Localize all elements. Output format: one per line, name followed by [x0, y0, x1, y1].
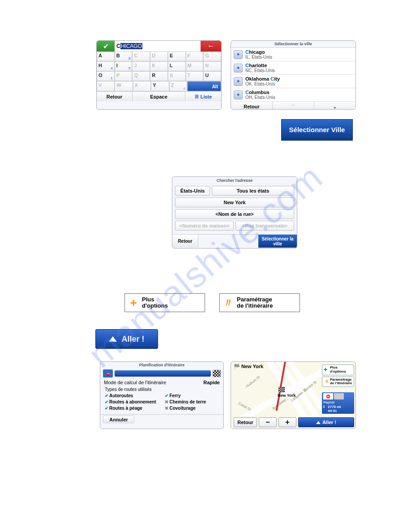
more-options-line1: Plus	[142, 296, 154, 303]
route-settings-button[interactable]: 〃 Paramétragede l'itinéraire	[219, 293, 300, 312]
keyboard-confirm-button[interactable]: ✔	[97, 41, 115, 51]
map-route-settings-button[interactable]: 〃Paramétragede l'itinéraire	[322, 377, 354, 387]
go-label: Aller !	[121, 335, 144, 344]
key-Z: Z=	[169, 81, 187, 91]
route-warning-icon: ⛔	[323, 393, 333, 399]
route-progress-bar	[115, 370, 211, 377]
select-city-button[interactable]: Sélectionner Ville	[281, 119, 353, 141]
key-B[interactable]: B8	[115, 51, 133, 61]
route-planning-panel: Planification d'itinéraire 🚗 Mode de cal…	[100, 361, 224, 429]
list-icon: ☰	[195, 94, 199, 99]
key-L[interactable]: L	[168, 61, 186, 71]
street-name-button[interactable]: <Nom de la rue>	[175, 209, 294, 219]
key-R[interactable]: R	[150, 71, 168, 81]
route-info-panel[interactable]: ⛔ Rapide ℹ 2773 mi 44:31	[322, 392, 354, 414]
plus-icon: +	[128, 297, 139, 309]
route-time: 44:31	[328, 409, 337, 413]
all-states-button[interactable]: Tous les états	[212, 186, 294, 196]
city-sub: NC, États-Unis	[245, 68, 275, 73]
city-list-title: Sélectionner la ville	[231, 41, 355, 47]
key-V: V	[97, 81, 115, 91]
keyboard-panel: ✔ CHICAGO ← AB8CDEFGH4I5JKLMNO1PQRSTUVWX…	[96, 40, 222, 110]
key-A[interactable]: A	[97, 51, 115, 61]
key-F: F	[186, 51, 204, 61]
key-Q: Q	[132, 71, 150, 81]
route-alt-icon	[334, 393, 344, 399]
address-panel: Chercher l'adresse États-Unis Tous les é…	[172, 176, 297, 249]
road-type-item[interactable]: ✔Ferry	[165, 393, 206, 399]
map-go-label: Aller !	[322, 420, 336, 425]
backspace-button[interactable]: ←	[201, 41, 221, 51]
key-H[interactable]: H4	[97, 61, 115, 71]
city-icon: ⌖	[234, 64, 243, 73]
route-mode: Rapide	[323, 400, 353, 405]
city-icon: ⌖	[234, 90, 243, 99]
key-O[interactable]: O1	[97, 71, 115, 81]
key-Y[interactable]: Y	[151, 81, 169, 91]
country-button[interactable]: États-Unis	[175, 186, 210, 196]
city-list-item[interactable]: ⌖CharlotteNC, États-Unis	[231, 61, 355, 75]
plus-icon: +	[324, 366, 329, 373]
key-X: X	[133, 81, 151, 91]
arrow-down-icon: ⌄	[333, 103, 337, 110]
city-sub: IL, États-Unis	[245, 55, 272, 60]
alt-key[interactable]: Alt	[187, 81, 221, 91]
go-arrow-icon	[109, 336, 117, 342]
city-list-scroll-down-button[interactable]: ⌄	[314, 102, 355, 110]
key-P: P	[115, 71, 133, 81]
map-canvas[interactable]: Hudson St Broadway Lafayette St Centre S…	[231, 362, 321, 416]
zoom-in-button[interactable]: +	[278, 417, 296, 427]
city-name: Columbus	[245, 90, 275, 95]
road-type-item[interactable]: ✖Chemins de terre	[165, 399, 206, 405]
city-button[interactable]: New York	[175, 197, 294, 207]
destination-label: New York	[278, 393, 295, 398]
keyboard-entry-field[interactable]: CHICAGO	[115, 41, 201, 51]
address-select-city-button[interactable]: Sélectionner la ville	[258, 235, 297, 248]
route-planning-title: Planification d'itinéraire	[100, 362, 223, 368]
route-mode-value[interactable]: Rapide	[203, 380, 220, 385]
route-distance: 2773 mi	[328, 405, 341, 409]
key-W: W	[115, 81, 133, 91]
map-title: 🏁New York	[234, 364, 263, 369]
flag-icon: 🏁	[234, 364, 240, 369]
road-type-item[interactable]: ✔Routes à péage	[105, 405, 156, 412]
key-M: M	[186, 61, 204, 71]
map-more-options-button[interactable]: +Plusd'options	[322, 365, 354, 375]
key-U[interactable]: U	[203, 71, 221, 81]
key-K: K	[150, 61, 168, 71]
city-list-item[interactable]: ⌖ChicagoIL, États-Unis	[231, 48, 355, 61]
city-list-back-button[interactable]: Retour	[231, 102, 273, 110]
key-D: D	[150, 51, 168, 61]
address-panel-title: Chercher l'adresse	[172, 177, 297, 184]
map-back-button[interactable]: Retour	[234, 417, 257, 427]
go-button[interactable]: Aller !	[95, 329, 158, 349]
keyboard-space-button[interactable]: Espace	[133, 92, 185, 101]
city-sub: OH, États-Unis	[245, 95, 275, 100]
road-type-item[interactable]: ✖Covoiturage	[165, 405, 206, 412]
zoom-out-button[interactable]: −	[259, 417, 277, 427]
city-list-scroll-up-button[interactable]: ⌃	[273, 102, 314, 110]
keyboard-list-button[interactable]: ☰Liste	[185, 92, 221, 101]
destination-flag-icon	[213, 370, 221, 377]
road-type-item[interactable]: ✔Autoroutes	[105, 393, 156, 399]
city-name: Chicago	[245, 49, 272, 55]
go-arrow-icon	[316, 421, 321, 424]
road-type-item[interactable]: ✔Routes à abonnement	[105, 399, 156, 405]
key-I[interactable]: I5	[115, 61, 133, 71]
key-T: T	[186, 71, 204, 81]
vehicle-icon[interactable]: 🚗	[103, 369, 113, 378]
street-label: Hudson St	[245, 375, 261, 388]
more-options-button[interactable]: + Plusd'options	[124, 293, 205, 312]
city-list-item[interactable]: ⌖ColumbusOH, États-Unis	[231, 88, 355, 102]
city-list-item[interactable]: ⌖Oklahoma CityOK, États-Unis	[231, 75, 355, 88]
map-go-button[interactable]: Aller !	[298, 417, 354, 427]
cancel-button[interactable]: Annuler	[103, 416, 134, 423]
house-number-button: <Numéro de maison>	[175, 221, 234, 231]
key-E[interactable]: E	[168, 51, 186, 61]
keyboard-entry-prefix: C	[116, 43, 120, 49]
key-C: C	[132, 51, 150, 61]
route-settings-line2: de l'itinéraire	[237, 302, 273, 309]
keyboard-back-button[interactable]: Retour	[97, 92, 133, 101]
street-label: Canal St	[238, 401, 252, 412]
address-back-button[interactable]: Retour	[172, 235, 198, 248]
